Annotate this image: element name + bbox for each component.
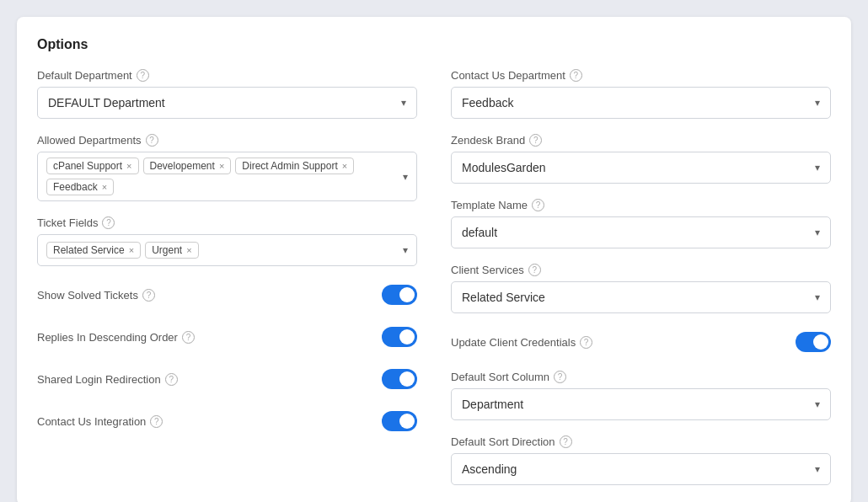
contact-us-department-select[interactable]: Feedback ▾: [451, 87, 831, 119]
template-name-select[interactable]: default ▾: [451, 216, 831, 248]
contact-us-department-label: Contact Us Department ?: [451, 69, 831, 82]
chevron-down-icon: ▾: [403, 171, 408, 183]
default-sort-direction-label-text: Default Sort Direction: [451, 435, 555, 448]
zendesk-brand-label-text: Zendesk Brand: [451, 134, 525, 147]
update-client-credentials-row: Update Client Credentials ?: [451, 328, 831, 355]
remove-urgent-icon[interactable]: ×: [186, 245, 191, 255]
chevron-down-icon: ▾: [815, 398, 820, 410]
allowed-departments-help-icon[interactable]: ?: [146, 134, 158, 147]
default-department-select[interactable]: DEFAULT Department ▾: [37, 87, 417, 119]
update-client-credentials-toggle[interactable]: [796, 332, 831, 352]
default-sort-column-label: Default Sort Column ?: [451, 371, 831, 383]
update-client-credentials-help-icon[interactable]: ?: [580, 336, 592, 349]
default-sort-direction-value: Ascending: [462, 462, 517, 476]
template-name-label-text: Template Name: [451, 199, 528, 211]
shared-login-toggle[interactable]: [382, 369, 417, 389]
default-sort-direction-help-icon[interactable]: ?: [560, 435, 572, 448]
default-sort-column-select[interactable]: Department ▾: [451, 388, 831, 420]
chevron-down-icon: ▾: [403, 244, 408, 256]
default-department-label: Default Department ?: [37, 69, 417, 82]
shared-login-help-icon[interactable]: ?: [165, 373, 178, 386]
chevron-down-icon: ▾: [815, 227, 820, 238]
remove-feedback-icon[interactable]: ×: [102, 182, 107, 192]
contact-us-department-help-icon[interactable]: ?: [570, 69, 582, 82]
ticket-fields-group: Ticket Fields ? Related Service × Urgent…: [37, 216, 417, 266]
ticket-fields-label: Ticket Fields ?: [37, 216, 417, 229]
replies-descending-help-icon[interactable]: ?: [182, 331, 195, 344]
zendesk-brand-help-icon[interactable]: ?: [529, 134, 542, 147]
remove-developement-icon[interactable]: ×: [219, 161, 224, 171]
contact-us-integration-help-icon[interactable]: ?: [150, 415, 163, 428]
zendesk-brand-select[interactable]: ModulesGarden ▾: [451, 152, 831, 184]
client-services-label-text: Client Services: [451, 264, 524, 276]
template-name-group: Template Name ? default ▾: [451, 199, 831, 248]
default-sort-direction-select[interactable]: Ascending ▾: [451, 453, 831, 485]
default-sort-direction-group: Default Sort Direction ? Ascending ▾: [451, 435, 831, 485]
options-card: Options Default Department ? DEFAULT Dep…: [17, 17, 851, 502]
left-column: Default Department ? DEFAULT Department …: [37, 69, 417, 485]
default-department-label-text: Default Department: [37, 69, 132, 82]
replies-descending-label-text: Replies In Descending Order: [37, 331, 178, 344]
template-name-value: default: [462, 226, 497, 239]
default-sort-column-help-icon[interactable]: ?: [554, 371, 566, 383]
ticket-fields-label-text: Ticket Fields: [37, 216, 98, 229]
show-solved-tickets-help-icon[interactable]: ?: [142, 289, 155, 302]
right-column: Contact Us Department ? Feedback ▾ Zende…: [451, 69, 831, 485]
tag-cpanel-support: cPanel Support ×: [46, 158, 139, 174]
update-client-credentials-label-text: Update Client Credentials: [451, 336, 576, 349]
contact-us-integration-label-text: Contact Us Integration: [37, 415, 146, 428]
default-sort-column-value: Department: [462, 398, 523, 411]
default-sort-column-group: Default Sort Column ? Department ▾: [451, 371, 831, 420]
contact-us-integration-toggle[interactable]: [382, 411, 417, 431]
show-solved-tickets-toggle[interactable]: [382, 285, 417, 305]
show-solved-tickets-label: Show Solved Tickets ?: [37, 289, 155, 302]
tag-related-service: Related Service ×: [46, 242, 141, 259]
zendesk-brand-group: Zendesk Brand ? ModulesGarden ▾: [451, 134, 831, 184]
template-name-label: Template Name ?: [451, 199, 831, 211]
contact-us-department-group: Contact Us Department ? Feedback ▾: [451, 69, 831, 119]
contact-us-integration-row: Contact Us Integration ?: [37, 408, 417, 435]
remove-direct-admin-support-icon[interactable]: ×: [342, 161, 347, 171]
zendesk-brand-value: ModulesGarden: [462, 161, 546, 174]
shared-login-label: Shared Login Redirection ?: [37, 373, 178, 386]
allowed-departments-tags-box[interactable]: cPanel Support × Developement × Direct A…: [37, 152, 417, 201]
default-sort-column-label-text: Default Sort Column: [451, 371, 549, 383]
tag-developement: Developement ×: [143, 158, 232, 174]
client-services-help-icon[interactable]: ?: [528, 264, 541, 276]
client-services-label: Client Services ?: [451, 264, 831, 276]
shared-login-label-text: Shared Login Redirection: [37, 373, 161, 386]
allowed-departments-label: Allowed Departments ?: [37, 134, 417, 147]
ticket-fields-tags-box[interactable]: Related Service × Urgent × ▾: [37, 234, 417, 266]
shared-login-row: Shared Login Redirection ?: [37, 366, 417, 393]
client-services-select[interactable]: Related Service ▾: [451, 281, 831, 313]
allowed-departments-group: Allowed Departments ? cPanel Support × D…: [37, 134, 417, 201]
remove-related-service-icon[interactable]: ×: [129, 245, 134, 255]
replies-descending-row: Replies In Descending Order ?: [37, 323, 417, 350]
allowed-departments-label-text: Allowed Departments: [37, 134, 142, 147]
tag-feedback: Feedback ×: [46, 179, 114, 195]
client-services-value: Related Service: [462, 291, 545, 304]
default-sort-direction-label: Default Sort Direction ?: [451, 435, 831, 448]
chevron-down-icon: ▾: [401, 97, 406, 109]
remove-cpanel-support-icon[interactable]: ×: [126, 161, 131, 171]
chevron-down-icon: ▾: [815, 463, 820, 475]
show-solved-tickets-row: Show Solved Tickets ?: [37, 281, 417, 308]
tag-direct-admin-support: Direct Admin Support ×: [235, 158, 354, 174]
ticket-fields-help-icon[interactable]: ?: [102, 216, 115, 229]
update-client-credentials-label: Update Client Credentials ?: [451, 336, 592, 349]
default-department-value: DEFAULT Department: [48, 96, 165, 109]
default-department-group: Default Department ? DEFAULT Department …: [37, 69, 417, 119]
default-department-help-icon[interactable]: ?: [137, 69, 149, 82]
replies-descending-label: Replies In Descending Order ?: [37, 331, 195, 344]
template-name-help-icon[interactable]: ?: [532, 199, 544, 211]
show-solved-tickets-label-text: Show Solved Tickets: [37, 289, 138, 302]
chevron-down-icon: ▾: [815, 291, 820, 303]
contact-us-integration-label: Contact Us Integration ?: [37, 415, 163, 428]
card-title: Options: [37, 37, 831, 52]
chevron-down-icon: ▾: [815, 97, 820, 109]
contact-us-department-value: Feedback: [462, 96, 513, 109]
client-services-group: Client Services ? Related Service ▾: [451, 264, 831, 313]
replies-descending-toggle[interactable]: [382, 327, 417, 347]
zendesk-brand-label: Zendesk Brand ?: [451, 134, 831, 147]
tag-urgent: Urgent ×: [145, 242, 198, 259]
